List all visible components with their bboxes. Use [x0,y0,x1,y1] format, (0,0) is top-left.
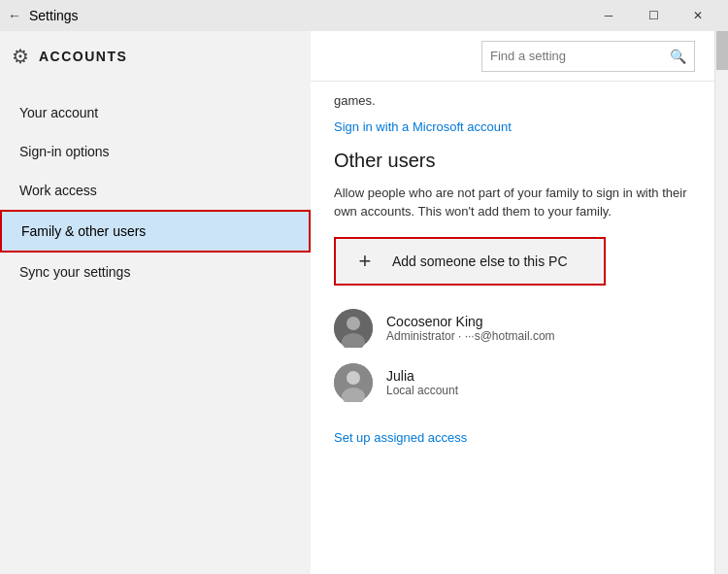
left-panel: ⚙ ACCOUNTS Your account Sign-in options … [0,31,311,574]
user-sub-cocosenor: Administrator · ···s@hotmail.com [386,329,555,343]
user-avatar-julia [334,363,373,402]
user-name-cocosenor: Cocosenor King [386,314,555,329]
assigned-access-container: Set up assigned access [334,429,691,445]
sidebar-item-sync-settings[interactable]: Sync your settings [0,253,311,291]
add-user-plus-icon: + [351,249,379,274]
user-sub-julia: Local account [386,384,458,397]
accounts-title: ACCOUNTS [39,49,127,64]
search-bar-area: 🔍 [311,31,714,82]
user-name-julia: Julia [386,368,458,384]
title-bar: ← Settings ─ ☐ ✕ [0,0,728,31]
search-bar: 🔍 [481,41,695,72]
minimize-button[interactable]: ─ [586,0,631,31]
left-header: ⚙ ACCOUNTS [0,31,311,82]
scrollbar-thumb[interactable] [716,31,728,70]
sign-in-link[interactable]: Sign in with a Microsoft account [334,119,512,134]
maximize-button[interactable]: ☐ [631,0,676,31]
accounts-gear-icon: ⚙ [12,45,29,68]
add-user-button[interactable]: + Add someone else to this PC [334,237,606,286]
sidebar-nav: Your account Sign-in options Work access… [0,93,311,291]
add-user-label: Add someone else to this PC [392,253,568,269]
sidebar-item-work-access[interactable]: Work access [0,171,311,210]
title-bar-back-icon[interactable]: ← [8,8,21,23]
close-button[interactable]: ✕ [676,0,720,31]
sidebar-item-your-account[interactable]: Your account [0,93,311,132]
right-section: 🔍 games. Sign in with a Microsoft accoun… [311,31,714,574]
svg-point-4 [347,371,360,385]
user-entry-julia[interactable]: Julia Local account [334,355,691,410]
sidebar-item-sign-in-options[interactable]: Sign-in options [0,132,311,171]
user-avatar-cocosenor [334,309,373,348]
scrollbar-track[interactable] [714,31,728,574]
sidebar-item-family-other-users[interactable]: Family & other users [0,210,311,253]
user-info-cocosenor: Cocosenor King Administrator · ···s@hotm… [386,314,555,343]
user-info-julia: Julia Local account [386,368,458,397]
search-icon: 🔍 [670,49,686,64]
content-panel: games. Sign in with a Microsoft account … [311,82,714,574]
other-users-description: Allow people who are not part of your fa… [334,184,691,221]
search-container [0,82,311,93]
search-input[interactable] [490,49,664,63]
other-users-heading: Other users [334,150,691,172]
user-entry-cocosenor[interactable]: Cocosenor King Administrator · ···s@hotm… [334,301,691,355]
svg-point-1 [347,317,360,330]
intro-text: games. [334,91,691,111]
title-bar-title: Settings [29,8,79,23]
assigned-access-link[interactable]: Set up assigned access [334,430,467,445]
